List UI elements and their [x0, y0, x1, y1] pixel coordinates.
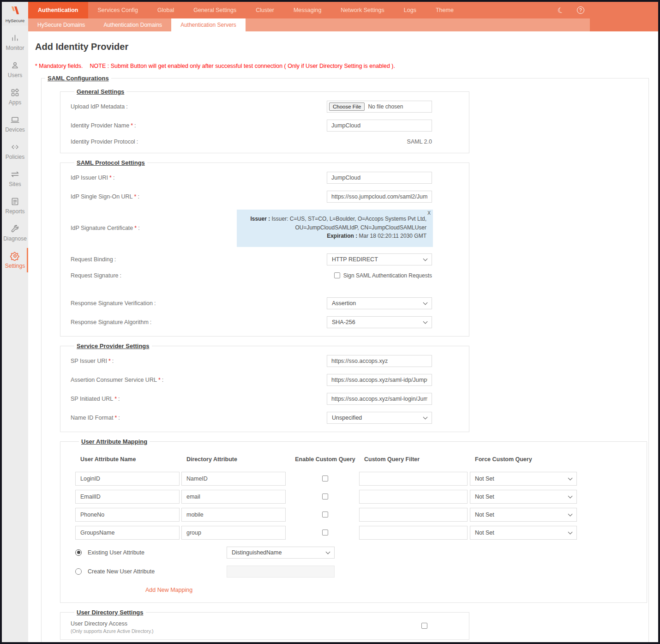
directory-attribute-input[interactable] — [181, 472, 286, 486]
user-directory-access-label: User Directory Access — [71, 620, 154, 627]
sidebar-item-sites[interactable]: Sites — [2, 165, 28, 192]
user-directory-access-row: User Directory Access (Only supports Azu… — [71, 618, 459, 634]
mandatory-fields-text: * Mandatory fields. — [35, 63, 83, 69]
sidebar-item-label: Reports — [5, 208, 24, 215]
sidebar-item-reports[interactable]: Reports — [2, 192, 28, 219]
choose-file-button[interactable]: Choose File — [329, 102, 365, 111]
select-response-signature-verification[interactable]: Assertion — [327, 297, 432, 309]
select-name-id-format[interactable]: Unspecified — [327, 412, 432, 424]
idp-signature-certificate-box: XIssuer : Issuer: C=US, ST=CO, L=Boulder… — [237, 210, 433, 247]
column-header-user-attribute-name: User Attribute Name — [75, 456, 181, 463]
chevron-down-icon — [423, 415, 428, 419]
sidebar-item-diagnose[interactable]: Diagnose — [2, 219, 28, 247]
enable-custom-query-checkbox[interactable] — [322, 494, 328, 500]
saml-configurations-legend: SAML Configurations — [45, 75, 111, 82]
chevron-down-icon — [423, 256, 428, 261]
sidebar-item-apps[interactable]: Apps — [2, 83, 28, 110]
mapping-rows: Not SetNot SetNot SetNot Set — [75, 472, 636, 540]
chevron-down-icon — [423, 319, 428, 324]
user-attribute-name-input[interactable] — [75, 508, 180, 522]
select-response-signature-algorithm[interactable]: SHA-256 — [327, 316, 432, 328]
user-directory-access-checkbox[interactable] — [421, 623, 427, 629]
topnav-tab-network-settings[interactable]: Network Settings — [331, 2, 394, 18]
column-header-force-custom-query: Force Custom Query — [470, 456, 577, 463]
page-content: Add Identity Provider * Mandatory fields… — [28, 31, 658, 642]
topnav-tab-general-settings[interactable]: General Settings — [184, 2, 246, 18]
diagnose-icon — [10, 224, 20, 234]
sidebar-item-devices[interactable]: Devices — [2, 110, 28, 138]
sidebar-item-label: Settings — [5, 263, 25, 269]
custom-query-filter-input[interactable] — [359, 508, 468, 522]
topnav-tab-logs[interactable]: Logs — [394, 2, 426, 18]
new-user-attribute-input[interactable] — [227, 566, 335, 578]
field-row-request-signature: Request Signature:Sign SAML Authenticati… — [71, 272, 459, 279]
page-title: Add Identity Provider — [35, 42, 651, 52]
topnav-tab-services-config[interactable]: Services Config — [88, 2, 148, 18]
directory-attribute-input[interactable] — [181, 490, 286, 504]
subnav-tab-authentication-domains[interactable]: Authentication Domains — [94, 18, 171, 31]
enable-custom-query-checkbox[interactable] — [322, 530, 328, 536]
checkbox-label-request-signature: Sign SAML Authentication Requests — [343, 272, 432, 279]
sidebar-item-label: Sites — [9, 181, 21, 187]
mapping-row-loginid: Not Set — [75, 472, 636, 486]
user-attribute-name-input[interactable] — [75, 490, 180, 504]
topnav-tab-global[interactable]: Global — [148, 2, 184, 18]
monitor-icon — [10, 33, 20, 43]
user-attribute-name-input[interactable] — [75, 472, 180, 486]
sidebar-item-settings[interactable]: Settings — [2, 247, 28, 274]
topnav-tabs: AuthenticationServices ConfigGlobalGener… — [28, 2, 463, 18]
existing-user-attribute-select[interactable]: DistinguishedName — [227, 547, 335, 559]
input-sp-initiated-url[interactable] — [327, 393, 432, 405]
certificate-remove-icon[interactable]: X — [427, 211, 431, 216]
user-directory-settings-legend: User Directory Settings — [74, 609, 146, 616]
custom-query-filter-input[interactable] — [359, 472, 468, 486]
column-header-enable-custom-query: Enable Custom Query — [291, 456, 359, 463]
existing-user-attribute-radio[interactable] — [75, 549, 82, 556]
user-attribute-name-input[interactable] — [75, 526, 180, 540]
custom-query-filter-input[interactable] — [359, 526, 468, 540]
input-idp-issuer-uri[interactable] — [327, 172, 432, 184]
subnav-tab-hysecure-domains[interactable]: HySecure Domains — [28, 18, 94, 31]
directory-attribute-input[interactable] — [181, 526, 286, 540]
topnav-tab-theme[interactable]: Theme — [426, 2, 463, 18]
subnav-tab-authentication-servers[interactable]: Authentication Servers — [171, 18, 246, 31]
brand-logo[interactable]: HySecure — [2, 2, 28, 26]
field-label-idp-issuer-uri: IdP Issuer URI*: — [71, 175, 327, 181]
sidebar-item-policies[interactable]: Policies — [2, 138, 28, 165]
field-label-sp-initiated-url: SP Initiated URL*: — [71, 396, 327, 402]
topnav-tab-messaging[interactable]: Messaging — [284, 2, 331, 18]
add-new-mapping-link[interactable]: Add New Mapping — [145, 587, 192, 593]
mapping-row-emailid: Not Set — [75, 490, 636, 504]
sidebar-item-users[interactable]: Users — [2, 56, 28, 83]
upload-idp-metadata-input[interactable]: Choose FileNo file chosen — [327, 101, 432, 113]
select-request-binding[interactable]: HTTP REDIRECT — [327, 253, 432, 265]
force-custom-query-select[interactable]: Not Set — [470, 490, 577, 504]
sub-navbar: HySecure DomainsAuthentication DomainsAu… — [28, 18, 658, 31]
force-custom-query-select[interactable]: Not Set — [470, 526, 577, 540]
topnav-tab-authentication[interactable]: Authentication — [28, 2, 88, 18]
input-identity-provider-name[interactable] — [327, 120, 432, 132]
enable-custom-query-checkbox[interactable] — [322, 512, 328, 518]
service-provider-settings-rows: SP Issuer URI*:Assertion Consumer Servic… — [71, 355, 459, 424]
input-assertion-consumer-service-url[interactable] — [327, 374, 432, 386]
saml-protocol-settings-fieldset: SAML Protocol Settings IdP Issuer URI*:I… — [60, 159, 469, 337]
force-custom-query-select[interactable]: Not Set — [470, 472, 577, 486]
topnav-tab-cluster[interactable]: Cluster — [246, 2, 284, 18]
devices-icon — [10, 115, 20, 125]
create-new-user-attribute-radio[interactable] — [75, 568, 82, 575]
app-window: HySecure MonitorUsersAppsDevicesPolicies… — [0, 0, 660, 644]
input-sp-issuer-uri[interactable] — [327, 355, 432, 367]
field-label-upload-idp-metadata: Upload IdP Metadata: — [71, 103, 327, 110]
general-settings-legend: General Settings — [74, 88, 126, 95]
custom-query-filter-input[interactable] — [359, 490, 468, 504]
theme-toggle-icon[interactable]: ☾ — [556, 5, 565, 16]
enable-custom-query-checkbox[interactable] — [322, 475, 328, 481]
field-label-idp-signature-certificate: IdP Signature Certificate*: — [71, 225, 237, 231]
sidebar-item-monitor[interactable]: Monitor — [2, 29, 28, 56]
checkbox-request-signature[interactable] — [334, 272, 340, 278]
mandatory-note: * Mandatory fields.NOTE : Submit Button … — [35, 63, 651, 69]
input-idp-single-sign-on-url[interactable] — [327, 191, 432, 203]
force-custom-query-select[interactable]: Not Set — [470, 508, 577, 522]
directory-attribute-input[interactable] — [181, 508, 286, 522]
help-icon[interactable]: ? — [577, 6, 584, 14]
